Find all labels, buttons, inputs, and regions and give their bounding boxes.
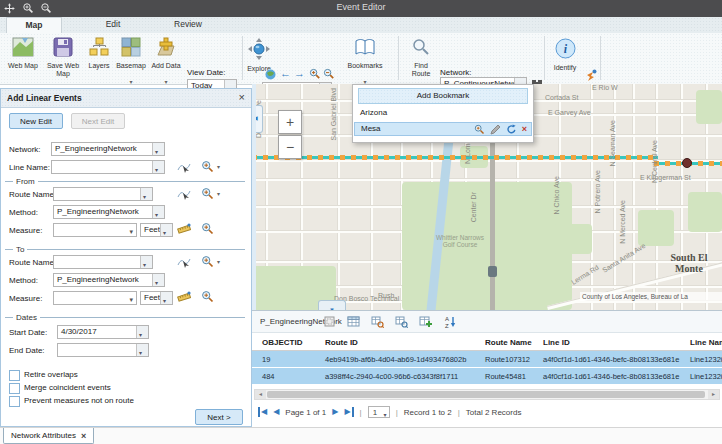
street-line xyxy=(337,84,340,310)
to-measure-zoom-icon[interactable] xyxy=(201,290,215,304)
column-header[interactable]: Line ID xyxy=(533,338,680,347)
line-name-select[interactable] xyxy=(51,160,165,174)
explore-button[interactable]: Explore xyxy=(246,38,272,73)
bookmark-edit-icon[interactable] xyxy=(490,124,501,135)
table-row[interactable]: 484a398ff4c-2940-4c00-96b6-c6343f8f1711R… xyxy=(252,368,722,385)
to-route-zoom-caret-icon[interactable]: ▾ xyxy=(217,260,220,265)
to-route-zoom-icon[interactable] xyxy=(201,255,215,269)
next-extent-icon[interactable]: → xyxy=(294,67,305,79)
next-button[interactable]: Next > xyxy=(195,409,243,425)
bookmark-zoom-icon[interactable] xyxy=(474,124,485,135)
line-zoom-caret-icon[interactable]: ▾ xyxy=(217,165,220,170)
map-label: N Chico Ave xyxy=(553,176,560,214)
bottom-tab-label: Network Attributes xyxy=(11,431,76,440)
end-date-select[interactable] xyxy=(57,343,149,357)
table-horizontal-scrollbar[interactable]: ◂ ▸ xyxy=(254,389,720,400)
scroll-left-icon[interactable]: ◂ xyxy=(255,390,266,399)
web-map-button[interactable]: Web Map xyxy=(4,37,42,70)
to-unit-caret-icon[interactable] xyxy=(160,292,172,304)
identify-flash-icon[interactable] xyxy=(585,69,598,82)
table-header-row: OBJECTID Route ID Route Name Line ID Lin… xyxy=(252,334,722,351)
panel-network-select[interactable]: P_EngineeringNetwork xyxy=(51,142,165,156)
table-view-icon[interactable] xyxy=(347,315,360,328)
column-header[interactable]: OBJECTID xyxy=(252,338,315,347)
to-measure-combo[interactable] xyxy=(53,291,137,305)
from-route-caret-icon[interactable] xyxy=(140,188,152,200)
bottom-tab-close-icon[interactable]: × xyxy=(81,431,86,441)
map-zoom-out-icon[interactable] xyxy=(323,68,335,80)
retire-overlaps-checkbox[interactable] xyxy=(9,370,20,381)
bookmark-refresh-icon[interactable] xyxy=(506,124,517,135)
from-route-zoom-icon[interactable] xyxy=(201,187,215,201)
from-measure-combo[interactable] xyxy=(53,223,137,237)
add-record-icon[interactable] xyxy=(419,315,432,328)
start-date-select[interactable]: 4/30/2017 xyxy=(57,325,149,339)
column-header[interactable]: Route Name xyxy=(475,338,533,347)
previous-extent-icon[interactable]: ← xyxy=(280,67,291,79)
network-attributes-tab[interactable]: Network Attributes × xyxy=(3,428,94,444)
tab-review[interactable]: Review xyxy=(160,17,216,32)
column-header[interactable]: Line Name xyxy=(680,338,722,347)
sort-icon[interactable]: AZ xyxy=(443,315,456,328)
merge-coincident-checkbox[interactable] xyxy=(9,383,20,394)
from-measure-ruler-icon[interactable] xyxy=(177,222,191,236)
line-zoom-icon[interactable] xyxy=(201,160,215,174)
from-select-route-icon[interactable] xyxy=(177,187,191,201)
next-page-icon[interactable]: ▶ xyxy=(332,407,338,417)
to-measure-ruler-icon[interactable] xyxy=(177,290,191,304)
scrollbar-thumb[interactable] xyxy=(267,391,705,398)
previous-page-icon[interactable]: ◀ xyxy=(273,407,279,417)
zoom-to-selection-icon[interactable] xyxy=(371,315,384,328)
panel-close-icon[interactable] xyxy=(239,91,245,103)
column-header[interactable]: Route ID xyxy=(315,338,475,347)
collapse-table-button[interactable] xyxy=(318,300,346,310)
from-route-name-select[interactable] xyxy=(53,187,153,201)
from-method-caret-icon[interactable] xyxy=(152,206,164,218)
zoom-in-button[interactable]: + xyxy=(278,110,302,134)
first-page-icon[interactable]: ◀ xyxy=(258,407,267,417)
line-name-caret-icon[interactable] xyxy=(152,161,164,173)
map-zoom-in-icon[interactable] xyxy=(309,68,321,80)
to-select-route-icon[interactable] xyxy=(177,255,191,269)
from-unit-caret-icon[interactable] xyxy=(160,224,172,236)
pan-to-selection-icon[interactable] xyxy=(395,315,408,328)
start-date-caret-icon[interactable] xyxy=(136,326,148,338)
select-line-on-map-icon[interactable] xyxy=(177,160,191,174)
bookmark-item-arizona[interactable]: Arizona xyxy=(354,106,532,120)
zoom-out-button[interactable]: − xyxy=(278,135,302,159)
table-cell: a4f0cf1d-1d61-4346-befc-8b08133e681e xyxy=(533,355,680,364)
to-unit-select[interactable]: Feet xyxy=(140,291,173,305)
add-data-caret-icon[interactable]: ▾ xyxy=(164,79,167,85)
panel-splitter[interactable] xyxy=(252,84,256,310)
find-route-button[interactable]: Find Route xyxy=(406,38,436,78)
basemap-button[interactable]: Basemap ▾ xyxy=(114,37,148,88)
new-edit-button[interactable]: New Edit xyxy=(9,113,63,129)
to-route-caret-icon[interactable] xyxy=(140,256,152,268)
panel-network-caret-icon[interactable] xyxy=(152,143,164,155)
layers-button[interactable]: Layers xyxy=(84,37,114,70)
from-route-zoom-caret-icon[interactable]: ▾ xyxy=(217,192,220,197)
select-records-icon[interactable] xyxy=(323,315,336,328)
tab-edit[interactable]: Edit xyxy=(88,17,138,32)
identify-button[interactable]: i Identify xyxy=(550,38,580,72)
scroll-right-icon[interactable]: ▸ xyxy=(708,390,719,399)
bookmark-delete-icon[interactable]: × xyxy=(522,124,527,134)
to-route-name-select[interactable] xyxy=(53,255,153,269)
add-bookmark-button[interactable]: Add Bookmark xyxy=(358,88,528,104)
from-measure-zoom-icon[interactable] xyxy=(201,222,215,236)
last-page-icon[interactable]: ▶ xyxy=(344,407,353,417)
end-date-caret-icon[interactable] xyxy=(136,344,148,356)
tab-map[interactable]: Map xyxy=(6,17,62,34)
prevent-measures-checkbox[interactable] xyxy=(9,396,20,407)
basemap-caret-icon[interactable]: ▾ xyxy=(129,79,132,85)
to-method-select[interactable]: P_EngineeringNetwork xyxy=(53,273,165,287)
bookmark-item-mesa[interactable]: Mesa × xyxy=(354,122,532,136)
table-row[interactable]: 194eb9419b-af6b-4d04-ab69-1d493476802bRo… xyxy=(252,351,722,368)
bookmarks-button[interactable]: Bookmarks ▾ xyxy=(344,38,386,88)
to-method-caret-icon[interactable] xyxy=(152,274,164,286)
page-number-select[interactable]: 1 xyxy=(368,406,390,418)
from-method-select[interactable]: P_EngineeringNetwork xyxy=(53,205,165,219)
add-data-button[interactable]: Add Data ▾ xyxy=(148,37,184,88)
from-unit-select[interactable]: Feet xyxy=(140,223,173,237)
globe-icon[interactable] xyxy=(265,69,276,80)
